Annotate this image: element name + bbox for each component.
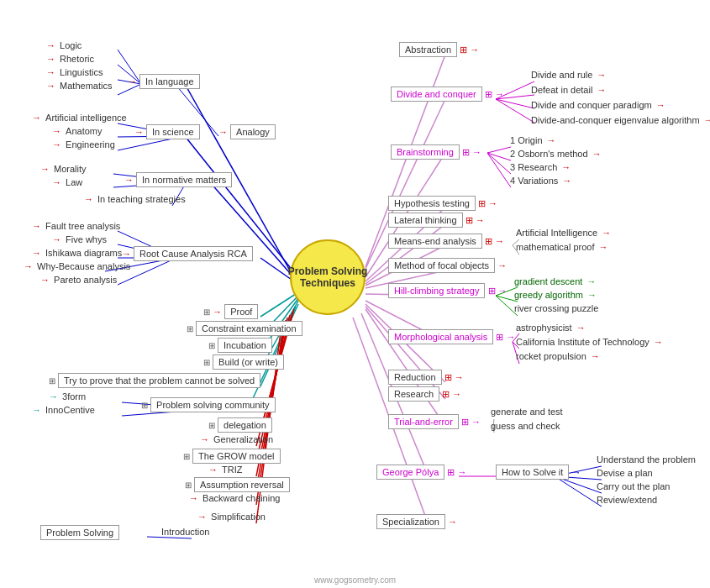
law-node[interactable]: → Law: [52, 176, 84, 188]
constraint-label: Constraint examination: [196, 321, 302, 336]
origin-node[interactable]: 1 Origin →: [508, 134, 556, 146]
center-node: Problem SolvingTechniques: [290, 239, 366, 315]
analogy-node[interactable]: → Analogy: [218, 124, 276, 139]
research2-label: Research: [388, 386, 439, 402]
research2-node[interactable]: Research ⊞ →: [388, 386, 461, 402]
generalization-node[interactable]: → Generalization: [200, 433, 275, 445]
svg-line-19: [487, 153, 511, 160]
focal-node[interactable]: Method of focal objects →: [388, 258, 507, 273]
carry-out-node[interactable]: Carry out the plan: [595, 480, 671, 492]
fault-tree-label: Fault tree analysis: [44, 220, 122, 232]
osborn-label: 2 Osborn's method: [508, 148, 590, 160]
generate-test-node[interactable]: generate and test: [489, 406, 565, 417]
river-node[interactable]: river crossing puzzle: [513, 302, 600, 314]
river-label: river crossing puzzle: [513, 302, 600, 314]
rocket-node[interactable]: rocket propulsion →: [514, 350, 600, 362]
greedy-node[interactable]: greedy algorithm →: [513, 289, 597, 301]
abstraction-node[interactable]: Abstraction ⊞ →: [399, 42, 479, 57]
origin-label: 1 Origin: [508, 134, 544, 146]
anatomy-node[interactable]: → Anatomy: [52, 125, 103, 137]
build-write-node[interactable]: ⊞ Build (or write): [203, 354, 284, 370]
morphological-node[interactable]: Morphological analysis ⊞ →: [388, 329, 515, 344]
divide-paradigm-node[interactable]: Divide and conquer paradigm →: [529, 99, 665, 111]
in-teaching-label: In teaching strategies: [96, 193, 187, 205]
ishikawa-node[interactable]: → Ishikawa diagrams: [32, 247, 124, 259]
svg-line-21: [487, 153, 511, 187]
delegation-label: delegation: [218, 417, 272, 433]
in-science-node[interactable]: → In science: [134, 124, 200, 139]
ai-node2[interactable]: Artificial Intelligence →: [514, 227, 611, 239]
ai-node3[interactable]: → Artificial intelligence: [32, 112, 129, 123]
innocentive-node[interactable]: → InnoCentive: [32, 404, 97, 416]
divide-conquer-node[interactable]: Divide and conquer ⊞ →: [391, 87, 504, 102]
incubation-node[interactable]: ⊞ Incubation: [208, 338, 272, 353]
means-end-label: Means-end analysis: [388, 234, 482, 249]
root-cause-node[interactable]: → Root Cause Analysis RCA: [122, 246, 253, 261]
in-normative-label: In normative matters: [136, 172, 232, 187]
astrophysicist-node[interactable]: astrophysicist →: [514, 322, 586, 333]
pareto-node[interactable]: → Pareto analysis: [40, 274, 118, 286]
rhetoric-node[interactable]: → Rhetoric: [46, 53, 96, 65]
five-whys-node[interactable]: → Five whys: [52, 234, 108, 245]
guess-check-node[interactable]: guess and check: [489, 420, 562, 432]
specialization-label: Specialization: [376, 514, 445, 529]
in-teaching-node[interactable]: → In teaching strategies: [84, 193, 187, 205]
backward-label: Backward chaining: [201, 492, 281, 504]
fault-tree-node[interactable]: → Fault tree analysis: [32, 220, 122, 232]
simplification-node[interactable]: → Simplification: [197, 511, 267, 522]
brainstorming-node[interactable]: Brainstorming ⊞ →: [391, 144, 481, 160]
caltech-node[interactable]: California Institute of Technology →: [514, 336, 663, 348]
defeat-detail-node[interactable]: Defeat in detail →: [529, 84, 606, 96]
mind-map-canvas: Problem SolvingTechniques Abstraction ⊞ …: [0, 0, 710, 588]
devise-plan-node[interactable]: Devise a plan: [595, 467, 655, 479]
assumption-node[interactable]: ⊞ Assumption reversal: [185, 477, 290, 492]
linguistics-node[interactable]: → Linguistics: [46, 66, 104, 78]
svg-line-18: [487, 147, 511, 153]
lateral-node[interactable]: Lateral thinking ⊞ →: [388, 213, 485, 228]
research-node[interactable]: 3 Research →: [508, 161, 571, 173]
gradient-node[interactable]: gradient descent →: [513, 276, 596, 287]
why-because-node[interactable]: → Why-Because analysis: [24, 260, 132, 272]
in-normative-node[interactable]: → In normative matters: [124, 172, 232, 187]
in-language-node[interactable]: → In language: [128, 74, 200, 89]
osborn-node[interactable]: 2 Osborn's method →: [508, 148, 602, 160]
guess-check-label: guess and check: [489, 420, 562, 432]
grow-node[interactable]: ⊞ The GROW model: [183, 449, 281, 464]
try-prove-node[interactable]: ⊞ Try to prove that the problem cannot b…: [49, 373, 260, 388]
abstraction-label: Abstraction: [399, 42, 457, 57]
variations-node[interactable]: 4 Variations →: [508, 175, 571, 186]
backward-node[interactable]: → Backward chaining: [189, 492, 281, 504]
caltech-label: California Institute of Technology: [514, 336, 651, 348]
means-end-node[interactable]: Means-end analysis ⊞ →: [388, 234, 504, 249]
introduction-node[interactable]: Introduction: [160, 526, 211, 538]
problem-community-node[interactable]: ⊞ Problem solving community: [141, 397, 276, 412]
review-label: Review/extend: [595, 494, 659, 506]
divide-rule-node[interactable]: Divide and rule →: [529, 69, 606, 81]
delegation-node[interactable]: ⊞ delegation: [208, 417, 272, 433]
review-node[interactable]: Review/extend: [595, 494, 659, 506]
hypothesis-node[interactable]: Hypothesis testing ⊞ →: [388, 196, 497, 211]
understand-node[interactable]: Understand the problem: [595, 454, 697, 465]
george-polya-node[interactable]: George Pólya ⊞ →: [376, 465, 466, 480]
in-language-label: In language: [139, 74, 200, 89]
logic-node[interactable]: → Logic: [46, 39, 83, 51]
problem-solving-node[interactable]: Problem Solving: [40, 525, 119, 540]
specialization-node[interactable]: Specialization →: [376, 514, 457, 529]
mathematics-node[interactable]: → Mathematics: [46, 80, 113, 92]
reduction-node[interactable]: Reduction ⊞ →: [388, 370, 464, 385]
divide-eigen-node[interactable]: Divide-and-conquer eigenvalue algorithm …: [529, 114, 710, 126]
proof-node[interactable]: ⊞ → Proof: [203, 304, 258, 319]
how-solve-node[interactable]: How to Solve it →: [496, 465, 581, 480]
constraint-node[interactable]: ⊞ Constraint examination: [187, 321, 302, 336]
grow-label: The GROW model: [192, 449, 280, 464]
trial-error-node[interactable]: Trial-and-error ⊞ →: [388, 414, 481, 429]
triz-node[interactable]: → TRIZ: [208, 464, 245, 475]
3form-node[interactable]: → 3form: [49, 391, 87, 402]
root-cause-label: Root Cause Analysis RCA: [134, 246, 253, 261]
morality-node[interactable]: → Morality: [40, 163, 88, 175]
math-proof-node[interactable]: mathematical proof →: [514, 241, 608, 253]
engineering-node[interactable]: → Engineering: [52, 139, 117, 150]
hill-climbing-node[interactable]: Hill-climbing strategy ⊞ →: [388, 283, 508, 298]
divide-paradigm-label: Divide and conquer paradigm: [529, 99, 654, 111]
3form-label: 3form: [60, 391, 87, 402]
